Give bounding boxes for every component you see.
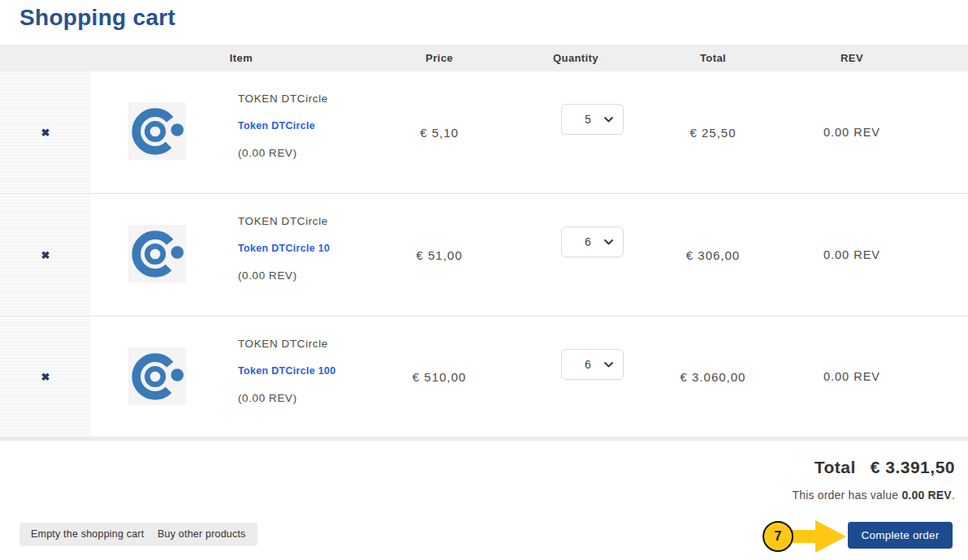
item-link[interactable]: Token DTCircle 10 [238, 243, 330, 254]
order-total-label: Total [815, 458, 856, 476]
remove-x-icon: ✖ [41, 371, 50, 383]
order-total: Total€ 3.391,50 [815, 458, 955, 477]
chevron-down-icon [604, 117, 613, 123]
annotation-step-number: 7 [775, 529, 782, 544]
quantity-value: 6 [572, 358, 604, 371]
empty-cart-button[interactable]: Empty the shopping cart [19, 523, 155, 546]
remove-item-button[interactable]: ✖ [0, 317, 91, 437]
item-total: € 3.060,00 [656, 317, 770, 437]
item-name: TOKEN DTCircle [238, 93, 328, 105]
product-image [128, 102, 186, 160]
chevron-down-icon [604, 362, 613, 368]
quantity-select[interactable]: 6 [561, 349, 624, 380]
cart-row: ✖ TOKEN DTCircle Token DTCircle (0.00 RE… [0, 71, 968, 194]
remove-item-button[interactable]: ✖ [0, 71, 91, 193]
item-total: € 25,50 [656, 71, 770, 193]
chevron-down-icon [604, 239, 613, 245]
buy-other-products-button[interactable]: Buy other products [146, 523, 257, 546]
cart-row: ✖ TOKEN DTCircle Token DTCircle 100 (0.0… [0, 317, 968, 437]
column-header-rev: REV [803, 45, 901, 71]
column-header-price: Price [391, 45, 488, 71]
item-rev: 0.00 REV [795, 194, 909, 316]
order-rev-note: This order has value 0.00 REV. [792, 489, 955, 502]
item-rev-note: (0.00 REV) [238, 269, 297, 282]
table-header: Item Price Quantity Total REV [0, 45, 968, 71]
order-rev-value: 0.00 REV [901, 489, 952, 502]
complete-order-button[interactable]: Complete order [848, 522, 953, 549]
product-image [128, 225, 186, 282]
quantity-select[interactable]: 5 [561, 104, 624, 135]
quantity-value: 6 [572, 235, 604, 248]
item-link[interactable]: Token DTCircle [238, 120, 315, 131]
item-name: TOKEN DTCircle [238, 338, 328, 350]
quantity-select[interactable]: 6 [561, 226, 624, 257]
remove-x-icon: ✖ [41, 249, 50, 261]
remove-x-icon: ✖ [41, 127, 50, 139]
page-title: Shopping cart [19, 5, 175, 31]
remove-item-button[interactable]: ✖ [0, 194, 91, 316]
cart-row: ✖ TOKEN DTCircle Token DTCircle 10 (0.00… [0, 194, 968, 317]
order-total-value: € 3.391,50 [871, 458, 955, 476]
dtcircle-logo-icon [130, 349, 185, 404]
item-rev: 0.00 REV [795, 317, 909, 437]
item-rev: 0.00 REV [795, 71, 909, 193]
item-rev-note: (0.00 REV) [238, 147, 297, 159]
item-info: TOKEN DTCircle Token DTCircle 10 (0.00 R… [238, 194, 388, 316]
column-header-item: Item [192, 45, 290, 71]
annotation-step-badge: 7 [763, 521, 793, 552]
column-header-quantity: Quantity [527, 45, 624, 71]
item-price: € 510,00 [386, 317, 493, 437]
dtcircle-logo-icon [130, 104, 185, 159]
item-name: TOKEN DTCircle [238, 215, 328, 227]
item-link[interactable]: Token DTCircle 100 [238, 365, 336, 377]
quantity-value: 5 [572, 113, 604, 126]
item-rev-note: (0.00 REV) [238, 392, 297, 404]
table-footer-divider [0, 437, 968, 441]
shopping-cart-page: Shopping cart Item Price Quantity Total … [0, 0, 968, 560]
product-image [128, 347, 186, 405]
dtcircle-logo-icon [130, 226, 185, 282]
item-total: € 306,00 [656, 194, 770, 316]
item-price: € 51,00 [386, 194, 493, 316]
column-header-total: Total [664, 45, 762, 71]
item-info: TOKEN DTCircle Token DTCircle (0.00 REV) [238, 71, 388, 193]
item-price: € 5,10 [386, 71, 493, 193]
annotation-arrow-icon [815, 520, 846, 553]
item-info: TOKEN DTCircle Token DTCircle 100 (0.00 … [238, 317, 388, 437]
